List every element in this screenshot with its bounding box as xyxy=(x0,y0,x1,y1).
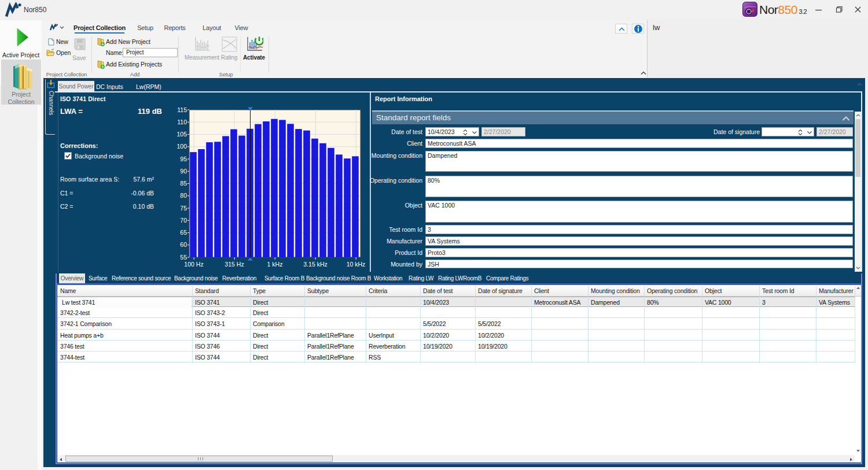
svg-text:55: 55 xyxy=(180,254,187,261)
svg-text:100: 100 xyxy=(176,143,187,150)
svg-text:95: 95 xyxy=(180,156,187,162)
svg-text:100 Hz: 100 Hz xyxy=(184,261,203,268)
svg-text:60: 60 xyxy=(180,241,187,248)
svg-text:105: 105 xyxy=(176,131,187,138)
svg-text:10 kHz: 10 kHz xyxy=(347,261,366,268)
svg-text:65: 65 xyxy=(180,229,187,236)
svg-text:85: 85 xyxy=(180,180,187,187)
svg-text:75: 75 xyxy=(180,205,187,212)
svg-text:1 kHz: 1 kHz xyxy=(267,261,283,268)
svg-text:315 Hz: 315 Hz xyxy=(225,261,244,268)
svg-text:90: 90 xyxy=(180,168,187,175)
svg-text:110: 110 xyxy=(177,119,187,125)
svg-text:115: 115 xyxy=(177,106,187,113)
svg-text:80: 80 xyxy=(180,192,187,199)
svg-text:3.15 kHz: 3.15 kHz xyxy=(303,261,327,268)
svg-text:70: 70 xyxy=(180,217,187,224)
